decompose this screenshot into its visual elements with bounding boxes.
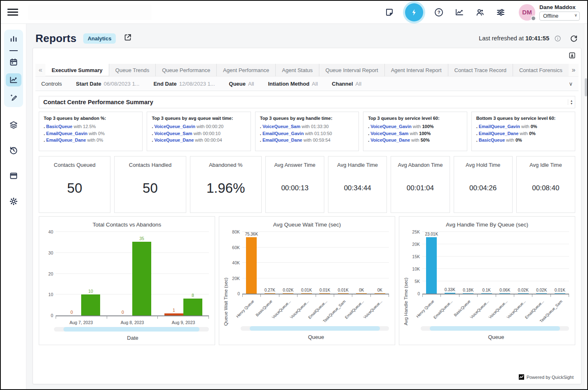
analytics-badge: Analytics	[83, 33, 116, 44]
tab-contact-trace-record[interactable]: Contact Trace Record	[448, 64, 513, 76]
kpi-card-avg-hold-time: Avg Hold Time00:04:26	[454, 156, 513, 213]
tab-agent-status[interactable]: Agent Status	[275, 64, 319, 76]
kpi-value: 50	[67, 168, 82, 213]
analytics-icon[interactable]	[454, 7, 464, 17]
bar-total-contacts[interactable]	[132, 242, 151, 315]
bar-emailqueue-6[interactable]	[356, 293, 367, 294]
connector-text: with	[194, 138, 204, 142]
kpi-card-avg-idle-time: Avg Idle Time00:08:40	[516, 156, 575, 213]
bar-voicequeue-4[interactable]	[499, 293, 510, 294]
y-tick-label: 0	[417, 291, 420, 296]
bar-chart-icon[interactable]	[8, 34, 19, 44]
bar-emailqueue-6[interactable]	[536, 293, 547, 294]
notes-icon[interactable]	[384, 7, 394, 17]
chart-scrollbar[interactable]	[421, 326, 569, 331]
connector-text: with	[505, 138, 515, 142]
y-tick-label: 60K	[232, 245, 240, 250]
queue-link[interactable]: BasicQueue	[46, 124, 73, 129]
queue-link[interactable]: VoiceQueue_Dane	[370, 138, 410, 142]
summary-scrollbar[interactable]: ▴ ▾	[568, 99, 572, 105]
bar-henry-queue-0[interactable]	[246, 237, 257, 294]
chart-scrollbar[interactable]	[54, 327, 209, 332]
bar-basicqueue-2[interactable]	[463, 293, 473, 294]
queue-link[interactable]: BasicQueue	[479, 138, 505, 142]
avatar[interactable]: DM	[519, 4, 535, 21]
workspace-icon[interactable]	[8, 170, 19, 181]
download-icon[interactable]	[568, 51, 576, 61]
tab-queue-performance[interactable]: Queue Performance	[155, 64, 216, 76]
calendar-icon[interactable]	[8, 57, 19, 68]
sidebar-analytics-group	[4, 30, 23, 107]
design-icon[interactable]	[8, 92, 19, 103]
bar-voicequeue-5[interactable]	[518, 293, 529, 294]
trend-chart-icon[interactable]	[6, 73, 21, 86]
chart-scrollbar[interactable]	[241, 326, 389, 331]
bar-emailqueue-1[interactable]	[445, 293, 455, 294]
insight-line: .VoiceQueue_Gavin with 100%	[368, 123, 462, 130]
bar-abandons[interactable]	[164, 313, 183, 315]
external-link-icon[interactable]	[123, 33, 132, 44]
tabs-next-icon[interactable]: »	[569, 64, 579, 76]
powered-by: Powered by QuickSight	[39, 372, 575, 384]
queue-link[interactable]: EmailQueue_Dane	[479, 131, 519, 136]
bar-basicqueue-1[interactable]	[265, 293, 275, 294]
queue-link[interactable]: EmailQueue_Dane	[46, 138, 86, 142]
bar-voicequeue-3[interactable]	[301, 293, 312, 294]
filter-start-date[interactable]: Start Date06/08/2023 1...	[76, 81, 139, 87]
tab-agent-interval-report[interactable]: Agent Interval Report	[384, 64, 448, 76]
queue-link[interactable]: EmailQueue_Dane	[262, 138, 302, 142]
preferences-icon[interactable]	[496, 7, 506, 17]
controls-collapse-icon[interactable]: ∨	[569, 81, 573, 87]
filter-value: 06/08/2023 1...	[104, 81, 140, 87]
bar-henry-queue-0[interactable]	[426, 237, 437, 294]
filter-intiation-method[interactable]: Intiation MethodAll	[268, 81, 318, 87]
connector-text: with	[300, 124, 311, 129]
bar-taskqueue-sam-7[interactable]	[555, 293, 565, 294]
filter-name: End Date	[153, 81, 176, 87]
chart-scrollbar-thumb[interactable]	[63, 327, 200, 332]
tab-agent-performance[interactable]: Agent Performance	[216, 64, 275, 76]
bar-wrap: 0.02K	[279, 232, 298, 294]
chart-scrollbar-thumb[interactable]	[430, 326, 560, 331]
bar-taskqueue-sam-5[interactable]	[338, 293, 349, 294]
queue-link[interactable]: VoiceQueue_Gavin	[154, 124, 195, 129]
bar-voicequeue-7[interactable]	[375, 293, 385, 294]
quick-flash-button[interactable]	[405, 3, 423, 21]
queue-link[interactable]: VoiceQueue_Dane	[154, 138, 194, 142]
queue-link[interactable]: EmailQueue_Gavin	[479, 124, 520, 129]
status-select[interactable]: Offline	[539, 12, 580, 21]
bar-emailqueue-4[interactable]	[319, 293, 330, 294]
queue-link[interactable]: EmailQueue_Gavin	[46, 131, 87, 136]
window-scrollbar[interactable]	[584, 24, 587, 389]
queue-link[interactable]: VoiceQueue_Sam	[262, 124, 300, 129]
window-scrollbar-thumb[interactable]	[585, 78, 587, 96]
bar-total-contacts[interactable]	[81, 294, 100, 315]
queue-link[interactable]: VoiceQueue_Sam	[154, 131, 192, 136]
tab-queue-interval-report[interactable]: Queue Interval Report	[319, 64, 384, 76]
tab-contact-forensics[interactable]: Contact Forensics	[513, 64, 569, 76]
chart-scrollbar-thumb[interactable]	[250, 326, 380, 331]
info-icon[interactable]	[554, 35, 561, 42]
filter-queue[interactable]: QueueAll	[229, 81, 254, 87]
insight-card-top-3-queues-by-service-level-60: Top 3 queues by service level 60:.VoiceQ…	[363, 112, 467, 151]
bar-voicequeue-3[interactable]	[481, 293, 492, 294]
refresh-icon[interactable]	[569, 34, 578, 43]
bar-total-contacts[interactable]	[183, 299, 202, 315]
filter-channel[interactable]: ChannelAll	[332, 81, 361, 87]
hamburger-menu-icon[interactable]	[7, 9, 18, 16]
tab-executive-summary[interactable]: Executive Summary	[45, 64, 109, 76]
bar-voicequeue-2[interactable]	[283, 293, 293, 294]
tab-queue-trends[interactable]: Queue Trends	[109, 64, 155, 76]
tabs-prev-icon[interactable]: «	[35, 64, 45, 76]
layers-icon[interactable]	[8, 119, 19, 130]
help-icon[interactable]: ?	[434, 7, 444, 17]
settings-gear-icon[interactable]	[8, 196, 19, 207]
agents-icon[interactable]	[475, 7, 485, 17]
filter-end-date[interactable]: End Date12/08/2023 1...	[153, 81, 215, 87]
queue-link[interactable]: EmailQueue_Gavin	[262, 131, 304, 136]
queue-link[interactable]: VoiceQueue_Gavin	[370, 124, 411, 129]
bar-value-label: 0.01K	[555, 288, 565, 292]
connector-text: with	[410, 138, 421, 142]
queue-link[interactable]: VoiceQueue_Sam	[370, 131, 408, 136]
history-icon[interactable]	[8, 145, 19, 156]
